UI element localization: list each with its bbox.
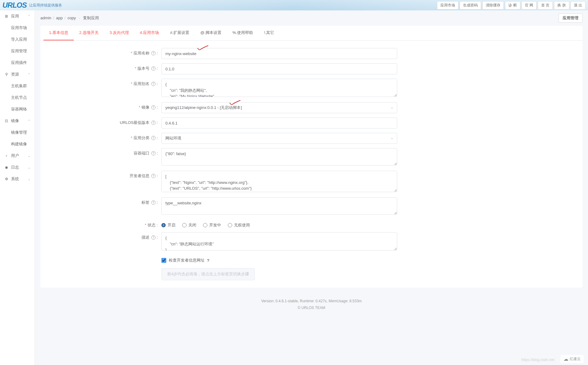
row-status: *状态 : 开启关闭开发中无权使用: [40, 220, 582, 228]
row-check-dev[interactable]: 检查开发者信息网址 ?: [161, 256, 582, 263]
tab-2[interactable]: 3.反向代理: [104, 26, 134, 40]
radio-group-status: 开启关闭开发中无权使用: [161, 220, 397, 228]
breadcrumb: admin/app/copy - 复制应用: [40, 15, 99, 21]
header-btn-home[interactable]: 首 页: [538, 1, 553, 9]
select-image[interactable]: yeqing112/alpine-nginx:0.0.1 - [无启动脚本]: [161, 102, 397, 113]
chevron-icon: ⌃: [28, 15, 30, 18]
menu-item-2[interactable]: ⊡镜像⌃: [0, 115, 35, 127]
header-btn-market[interactable]: 应用市场: [437, 1, 458, 9]
tab-6[interactable]: %.使用帮助: [227, 26, 258, 40]
label-image: 镜像: [141, 105, 149, 110]
textarea-description[interactable]: { "cn": "静态网站运行环境" }: [161, 232, 397, 251]
help-icon[interactable]: ?: [151, 136, 156, 140]
main-content: admin/app/copy - 复制应用 应用管理 1.基本信息2.选项开关3…: [35, 10, 588, 365]
help-icon[interactable]: ?: [151, 121, 156, 125]
menu-icon: ◉: [4, 165, 9, 169]
textarea-developer[interactable]: [ {"text": "Nginx", "url": "http://www.n…: [161, 171, 397, 192]
row-alias: *应用别名 ? : { "cn": "我的静态网站", "en": "My Ng…: [40, 79, 582, 98]
menu-item-1[interactable]: ⚲资源⌃: [0, 69, 35, 80]
menu-label: 资源: [11, 72, 19, 77]
radio-input-status-2[interactable]: [203, 223, 207, 227]
input-app-name[interactable]: [161, 48, 397, 59]
tab-1[interactable]: 2.选项开关: [74, 26, 104, 40]
help-icon[interactable]: ?: [151, 174, 156, 178]
help-icon[interactable]: ?: [151, 151, 156, 155]
header-btn-logout[interactable]: 退 出: [571, 1, 586, 9]
tab-7[interactable]: !.其它: [258, 26, 280, 40]
disabled-hint-button: 前4步均含必填项，请点击上方标签页切换步骤: [161, 268, 255, 280]
cloud-icon: ☁: [564, 356, 568, 362]
submenu-item-2-1[interactable]: 构建镜像: [0, 138, 35, 150]
crumb-admin[interactable]: admin: [40, 16, 51, 20]
menu-item-0[interactable]: ⊞应用⌃: [0, 10, 35, 22]
help-icon[interactable]: ?: [151, 200, 156, 205]
chevron-icon: ⌃: [28, 73, 30, 76]
breadcrumb-bar: admin/app/copy - 复制应用 应用管理: [35, 10, 588, 26]
menu-label: 镜像: [11, 118, 19, 124]
crumb-copy[interactable]: copy: [67, 16, 76, 20]
crumb-app[interactable]: app: [56, 16, 63, 20]
menu-icon: ♀: [4, 154, 9, 158]
chevron-icon: ⌃: [28, 119, 30, 123]
watermark: ☁ 亿速云: [560, 355, 584, 363]
textarea-ports[interactable]: {"80": false}: [161, 148, 397, 166]
menu-item-4[interactable]: ◉日志⌄: [0, 162, 35, 173]
menu-icon: ⊞: [4, 14, 9, 18]
radio-input-status-0[interactable]: [161, 223, 166, 227]
select-category[interactable]: 网站环境: [161, 133, 397, 144]
row-urlos-min: URLOS最低版本 ? :: [40, 117, 582, 128]
header-btn-clearcache[interactable]: 清除缓存: [482, 1, 504, 9]
label-app-name: 应用名称: [134, 51, 149, 55]
input-version[interactable]: [161, 63, 397, 74]
label-category: 应用分类: [134, 136, 149, 140]
help-icon[interactable]: ?: [151, 51, 156, 55]
submenu-item-0-3[interactable]: 应用插件: [0, 57, 35, 69]
submenu-item-1-2[interactable]: 容器网络: [0, 103, 35, 115]
header-btn-genpwd[interactable]: 生成密码: [460, 1, 481, 9]
menu-item-3[interactable]: ♀用户⌄: [0, 150, 35, 162]
radio-status-3[interactable]: 无权使用: [228, 222, 250, 228]
input-urlos-min[interactable]: [161, 117, 397, 128]
help-icon[interactable]: ?: [151, 66, 156, 71]
radio-status-0[interactable]: 开启: [161, 222, 175, 228]
label-developer: 开发者信息: [130, 173, 149, 178]
help-icon[interactable]: ?: [151, 105, 156, 110]
checkbox-check-dev[interactable]: [161, 258, 166, 263]
header-left: URLOS 让应用持续提供服务: [2, 1, 62, 9]
sidebar: ⊞应用⌃应用市场导入应用应用管理应用插件⚲资源⌃主机集群主机节点容器网络⊡镜像⌃…: [0, 10, 35, 365]
footer-line1: Version: 0.4.6.1-stable, Runtime: 0.427s…: [40, 298, 583, 305]
textarea-tags[interactable]: type__website,nginx: [161, 197, 397, 215]
radio-status-1[interactable]: 关闭: [182, 222, 196, 228]
menu-label: 日志: [11, 165, 19, 170]
radio-input-status-1[interactable]: [182, 223, 187, 227]
tab-4[interactable]: #.扩展设置: [164, 26, 195, 40]
menu-label: 系统: [11, 176, 19, 182]
app-manage-button[interactable]: 应用管理: [559, 13, 582, 23]
help-icon[interactable]: ?: [151, 235, 156, 240]
tab-0[interactable]: 1.基本信息: [43, 26, 74, 40]
form: *应用名称 ? : *版本号 ? : *应用别名 ? : { "cn": "我的…: [40, 41, 582, 288]
submenu-item-1-0[interactable]: 主机集群: [0, 80, 35, 92]
tabs: 1.基本信息2.选项开关3.反向代理4.应用市场#.扩展设置@.脚本设置%.使用…: [40, 26, 582, 41]
header-btn-diagnose[interactable]: 诊 断: [505, 1, 520, 9]
tab-5[interactable]: @.脚本设置: [195, 26, 227, 40]
tab-3[interactable]: 4.应用市场: [134, 26, 165, 40]
submenu-item-0-2[interactable]: 应用管理: [0, 45, 35, 57]
header-btn-skin[interactable]: 换 肤: [554, 1, 569, 9]
help-icon[interactable]: ?: [207, 258, 209, 263]
textarea-alias[interactable]: { "cn": "我的静态网站", "en": "My Nginx Websit…: [161, 79, 397, 97]
logo: URLOS: [2, 1, 27, 9]
menu-item-5[interactable]: ⚙系统⌄: [0, 173, 35, 185]
header: URLOS 让应用持续提供服务 应用市场 生成密码 清除缓存 诊 断 官 网 首…: [0, 0, 588, 10]
row-ports: 容器端口 ? : {"80": false}: [40, 148, 582, 166]
tagline: 让应用持续提供服务: [29, 3, 62, 8]
submenu-item-2-0[interactable]: 镜像管理: [0, 127, 35, 138]
menu-icon: ⊡: [4, 119, 9, 123]
submenu-item-0-1[interactable]: 导入应用: [0, 34, 35, 45]
help-icon[interactable]: ?: [151, 82, 156, 86]
radio-input-status-3[interactable]: [228, 223, 232, 227]
submenu-item-1-1[interactable]: 主机节点: [0, 92, 35, 103]
submenu-item-0-0[interactable]: 应用市场: [0, 22, 35, 34]
radio-status-2[interactable]: 开发中: [203, 222, 221, 228]
header-btn-official[interactable]: 官 网: [522, 1, 537, 9]
